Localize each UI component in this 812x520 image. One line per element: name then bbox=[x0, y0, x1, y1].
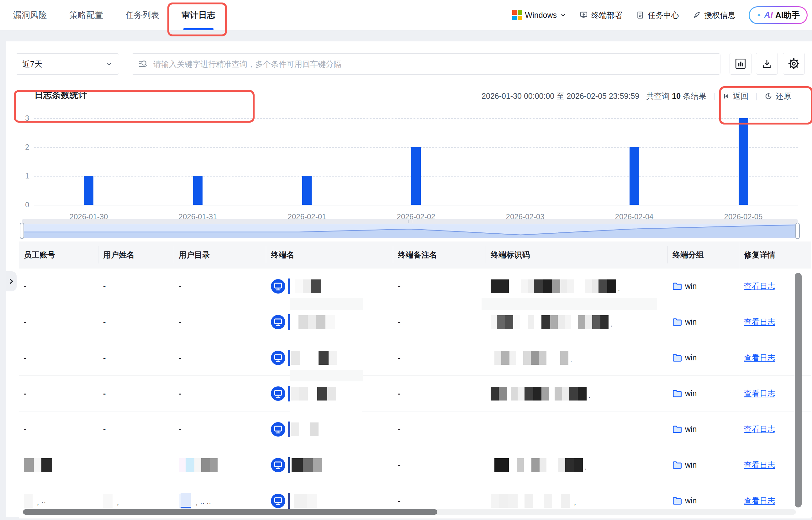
download-button[interactable] bbox=[756, 53, 778, 75]
monitor-icon bbox=[271, 494, 285, 508]
horizontal-scrollbar[interactable] bbox=[23, 509, 437, 515]
empty-cell: - bbox=[98, 304, 174, 340]
tab-audit-log[interactable]: 审计日志 bbox=[182, 0, 215, 30]
menu-label: 授权信息 bbox=[704, 10, 735, 20]
view-log-link[interactable]: 查看日志 bbox=[744, 353, 775, 363]
column-header-5: 终端备注名 bbox=[393, 241, 486, 268]
blank-cell bbox=[98, 447, 174, 483]
search-input[interactable] bbox=[153, 59, 714, 69]
redacted-value bbox=[288, 493, 317, 509]
view-log-link[interactable]: 查看日志 bbox=[744, 388, 775, 399]
empty-cell: - bbox=[393, 304, 486, 340]
keyword-search bbox=[132, 53, 721, 75]
terminal-name-cell bbox=[266, 304, 393, 340]
menu-task-center[interactable]: 任务中心 bbox=[636, 10, 679, 20]
terminal-name-cell bbox=[266, 376, 393, 411]
chart-toggle-button[interactable] bbox=[730, 53, 752, 75]
ai-logo: AI bbox=[764, 10, 773, 20]
tab-bar: 漏洞风险 策略配置 任务列表 审计日志 bbox=[13, 0, 215, 30]
active-tab-underline bbox=[183, 28, 214, 30]
chevron-right-icon bbox=[7, 278, 15, 285]
settings-button[interactable] bbox=[783, 53, 805, 75]
view-log-link[interactable]: 查看日志 bbox=[744, 424, 775, 434]
column-header-1: 员工账号 bbox=[19, 241, 98, 268]
sidebar-expand-button[interactable] bbox=[6, 271, 17, 291]
menu-label: 任务中心 bbox=[648, 10, 679, 20]
table-header-row: 员工账号用户姓名用户目录终端名终端备注名终端标识码终端分组修复详情 bbox=[19, 241, 811, 268]
date-range-dropdown[interactable]: 近7天 bbox=[16, 53, 119, 75]
y-axis-tick: 3 bbox=[7, 114, 29, 123]
redacted-value: ，·· ·· bbox=[179, 493, 211, 509]
table-row-2: --- -. win查看日志 bbox=[19, 304, 811, 340]
terminal-group-cell: win bbox=[668, 376, 739, 411]
terminal-name-cell bbox=[266, 412, 393, 447]
table-row-1: --- -. win查看日志 bbox=[19, 268, 811, 304]
column-header-2: 用户姓名 bbox=[98, 241, 174, 268]
terminal-group-cell: win bbox=[668, 340, 739, 375]
redacted-cell bbox=[174, 447, 266, 483]
bar-chart-icon bbox=[735, 58, 747, 70]
datazoom-right-handle[interactable] bbox=[795, 223, 800, 239]
datazoom-mini-chart bbox=[22, 224, 797, 237]
datazoom-grip-bar[interactable] bbox=[22, 219, 798, 224]
y-axis-tick: 1 bbox=[7, 172, 29, 180]
bar-2026-01-30 bbox=[84, 176, 93, 205]
skip-back-icon bbox=[722, 93, 730, 100]
tab-task-list[interactable]: 任务列表 bbox=[126, 0, 159, 30]
view-log-link[interactable]: 查看日志 bbox=[744, 460, 775, 470]
vertical-scrollbar[interactable] bbox=[795, 273, 802, 508]
view-log-link[interactable]: 查看日志 bbox=[744, 496, 775, 506]
empty-cell: - bbox=[19, 340, 98, 375]
app-window: 漏洞风险 策略配置 任务列表 审计日志 Windows bbox=[0, 0, 812, 520]
view-log-link[interactable]: 查看日志 bbox=[744, 281, 775, 291]
monitor-deploy-icon bbox=[579, 11, 588, 20]
query-result-text: 共查询 10 条结果 bbox=[646, 91, 706, 101]
view-log-link[interactable]: 查看日志 bbox=[744, 317, 775, 327]
tab-label: 任务列表 bbox=[126, 9, 159, 21]
top-nav: 漏洞风险 策略配置 任务列表 审计日志 Windows bbox=[0, 0, 812, 30]
empty-cell: - bbox=[174, 304, 266, 340]
divider: | bbox=[713, 92, 715, 101]
chart-info-row: 2026-01-30 00:00:00 至 2026-02-05 23:59:5… bbox=[482, 91, 791, 101]
folder-icon bbox=[673, 318, 682, 326]
tab-vulnerability-risk[interactable]: 漏洞风险 bbox=[13, 0, 47, 30]
datazoom-left-handle[interactable] bbox=[20, 223, 24, 239]
menu-license-info[interactable]: 授权信息 bbox=[692, 10, 735, 20]
redacted-value: . bbox=[491, 387, 590, 400]
monitor-icon bbox=[271, 458, 285, 472]
folder-icon bbox=[673, 282, 682, 290]
x-axis-line bbox=[34, 205, 798, 205]
restore-icon bbox=[764, 92, 773, 100]
chevron-down-icon bbox=[106, 60, 112, 68]
redacted-value: . bbox=[491, 280, 620, 293]
redacted-value: . bbox=[491, 351, 572, 365]
empty-cell: - bbox=[174, 376, 266, 411]
ai-assistant-button[interactable]: AI AI助手 bbox=[749, 6, 808, 24]
empty-cell: - bbox=[393, 412, 486, 447]
empty-cell: - bbox=[393, 376, 486, 411]
redacted-value: ， bbox=[103, 494, 121, 508]
empty-cell: - bbox=[19, 376, 98, 411]
datazoom-slider[interactable] bbox=[22, 224, 798, 238]
redacted-cell bbox=[486, 412, 668, 447]
empty-cell: - bbox=[174, 340, 266, 375]
empty-cell: - bbox=[98, 340, 174, 375]
pen-icon bbox=[692, 11, 701, 20]
redacted-cell bbox=[19, 447, 98, 483]
menu-terminal-deploy[interactable]: 终端部署 bbox=[579, 10, 623, 20]
back-button[interactable]: 返回 bbox=[722, 91, 749, 101]
folder-icon bbox=[673, 425, 682, 434]
tab-policy-config[interactable]: 策略配置 bbox=[69, 0, 103, 30]
redacted-value bbox=[288, 457, 322, 473]
os-selector[interactable]: Windows bbox=[512, 10, 566, 20]
redacted-cell: . bbox=[486, 376, 668, 411]
bar-2026-02-04 bbox=[629, 147, 639, 205]
nav-right: Windows 终端部署 bbox=[512, 0, 808, 30]
redacted-value bbox=[179, 458, 218, 472]
chart-title: 日志条数统计 bbox=[34, 89, 87, 101]
terminal-name-cell bbox=[266, 268, 393, 304]
search-icon bbox=[138, 59, 148, 69]
bar-2026-02-01 bbox=[302, 176, 312, 205]
y-axis-tick: 0 bbox=[7, 201, 29, 209]
restore-button[interactable]: 还原 bbox=[764, 91, 791, 101]
